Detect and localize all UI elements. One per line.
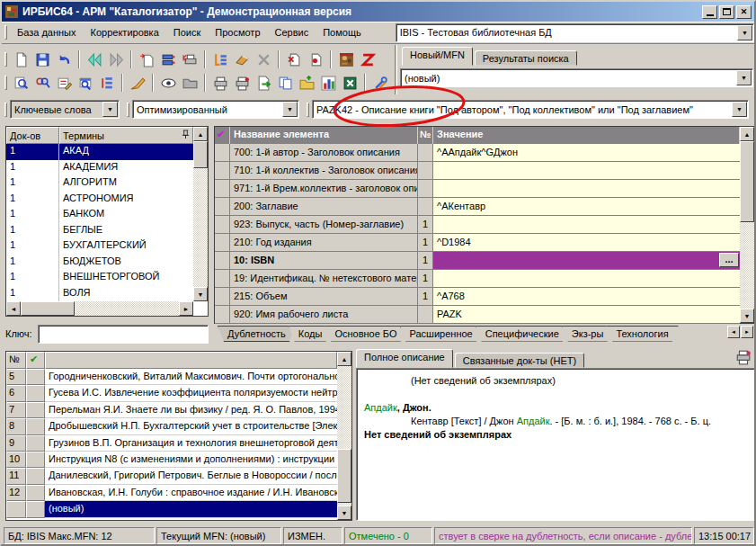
workspace-tab-0[interactable]: Новый/MFN — [402, 47, 473, 66]
description-tab-0[interactable]: Полное описание — [356, 349, 453, 368]
fields-tab-0[interactable]: Дублетность — [218, 326, 296, 342]
field-name[interactable]: 19: Идентификац. № нетекстового материал… — [230, 270, 418, 288]
undo-icon[interactable] — [53, 49, 75, 70]
print-record-icon[interactable] — [179, 49, 200, 70]
record-checkbox[interactable] — [26, 435, 45, 452]
record-row[interactable]: 6Гусева И.С. Извлечение коэффициента пол… — [6, 385, 337, 401]
record-checkbox[interactable] — [26, 402, 45, 418]
record-checkbox[interactable] — [26, 369, 45, 385]
pin-icon[interactable] — [182, 130, 190, 141]
field-value[interactable] — [433, 216, 740, 234]
field-row[interactable]: 971: 1-й Врем.коллектив - заголовок опис… — [215, 180, 740, 198]
record-row[interactable]: 12Ивановская, И.Н. Голуби : справочное и… — [6, 485, 337, 501]
field-name[interactable]: 700: 1-й автор - Заголовок описания — [230, 144, 418, 162]
toolbar-grip[interactable] — [4, 76, 7, 90]
search-window-icon[interactable] — [75, 73, 96, 94]
term-row[interactable]: 1АЛГОРИТМ — [6, 175, 193, 192]
search-tree-icon[interactable] — [96, 73, 118, 94]
field-name[interactable]: 710: 1-й коллектив - Заголовок описания — [230, 162, 418, 180]
record-description[interactable]: Перельман Я.И. Знаете ли вы физику / ред… — [45, 402, 337, 418]
record-description[interactable]: Ивановская, И.Н. Голуби : справочное изд… — [45, 485, 337, 501]
chevron-down-icon[interactable]: ▼ — [737, 25, 752, 40]
record-checkbox[interactable] — [26, 385, 45, 401]
scroll-down-icon[interactable]: ▼ — [740, 309, 754, 323]
field-value[interactable]: ^D1984 — [433, 234, 740, 252]
field-row[interactable]: 200: Заглавие^AКентавр — [215, 198, 740, 216]
field-name[interactable]: 10: ISBN — [230, 252, 418, 270]
export-icon[interactable] — [253, 73, 274, 94]
delete-icon[interactable] — [253, 49, 274, 70]
field-row[interactable]: 19: Идентификац. № нетекстового материал… — [215, 270, 740, 288]
worksheet-combo[interactable]: PAZK42 - Описание книги "Под автором", "… — [312, 100, 749, 119]
duplicate-record-icon[interactable] — [157, 49, 179, 70]
term-row[interactable]: 1БЕГЛЫЕ — [6, 223, 193, 239]
field-row[interactable]: 710: 1-й коллектив - Заголовок описания — [215, 162, 740, 180]
copy-icon[interactable] — [274, 73, 296, 94]
menu-item-4[interactable]: Сервис — [268, 23, 316, 41]
irbis-logo-icon[interactable] — [335, 49, 357, 70]
scroll-up-icon[interactable]: ▲ — [740, 127, 754, 141]
maximize-button[interactable] — [719, 5, 734, 19]
print-settings-icon[interactable] — [231, 73, 253, 94]
record-row[interactable]: 11Данилевский, Григорий Петрович. Беглые… — [6, 468, 337, 484]
field-value[interactable]: PAZK — [433, 306, 740, 324]
print-icon[interactable] — [209, 73, 231, 94]
field-value[interactable] — [433, 162, 740, 180]
check-icon[interactable]: ✔ — [26, 352, 45, 369]
field-value[interactable]: ^AКентавр — [433, 198, 740, 216]
record-row[interactable]: 9Грузинов В.П. Организация и технология … — [6, 435, 337, 452]
chevron-down-icon[interactable]: ▼ — [282, 102, 298, 117]
menu-item-1[interactable]: Корректировка — [84, 23, 166, 41]
field-value[interactable] — [433, 180, 740, 198]
print-description-icon[interactable] — [735, 349, 753, 367]
open-folder-icon[interactable] — [179, 73, 200, 94]
scrollbar-thumb[interactable] — [193, 141, 208, 168]
delete-record-icon[interactable] — [283, 49, 305, 70]
scroll-up-icon[interactable]: ▲ — [193, 127, 208, 141]
records-col-num[interactable]: № — [6, 352, 26, 369]
search-double-icon[interactable] — [31, 73, 53, 94]
record-description[interactable]: Инструкция N8 (с изменениями и дополнени… — [45, 452, 337, 468]
fields-col-occ[interactable]: № — [418, 127, 433, 144]
prev-record-icon[interactable] — [84, 49, 105, 70]
term-row[interactable]: 1БУХГАЛТЕРСКИЙ — [6, 238, 193, 255]
record-checkbox[interactable] — [26, 468, 45, 484]
term-row[interactable]: 1АКАД — [6, 144, 193, 160]
record-checkbox[interactable] — [26, 452, 45, 468]
tab-scroll-left-icon[interactable]: ◄ — [727, 326, 740, 338]
fields-col-value[interactable]: Значение — [433, 127, 740, 144]
record-description[interactable]: (новый) — [45, 501, 337, 517]
field-name[interactable]: 923: Выпуск, часть (Номер-заглавие) — [230, 216, 418, 234]
key-input[interactable] — [38, 325, 209, 344]
menu-item-0[interactable]: База данных — [10, 23, 84, 41]
scroll-down-icon[interactable]: ▼ — [337, 506, 351, 520]
fields-tab-5[interactable]: Экз-ры — [562, 326, 614, 342]
toolbar-grip[interactable] — [4, 103, 7, 117]
chevron-down-icon[interactable]: ▼ — [736, 70, 752, 85]
scroll-up-icon[interactable]: ▲ — [337, 352, 351, 366]
record-checkbox[interactable] — [26, 418, 45, 434]
database-combo[interactable]: IBIS - Тестовая библиотечная БД ▼ — [396, 23, 754, 42]
field-value[interactable]: ... — [433, 252, 740, 270]
field-name[interactable]: 920: Имя рабочего листа — [230, 306, 418, 324]
minimize-button[interactable] — [702, 5, 717, 19]
field-row[interactable]: 700: 1-й автор - Заголовок описания^AАпд… — [215, 144, 740, 162]
dictionary-combo[interactable]: Ключевые слова ▼ — [10, 100, 120, 119]
record-combo[interactable]: (новый) ▼ — [400, 68, 753, 87]
restore-record-icon[interactable] — [305, 49, 326, 70]
terms-vertical-scrollbar[interactable]: ▲ ▼ — [193, 127, 208, 301]
fields-tab-4[interactable]: Специфические — [476, 326, 569, 342]
settings-tools-icon[interactable] — [369, 73, 391, 94]
toolbar-grip[interactable] — [4, 25, 7, 40]
terms-col-term[interactable]: Термины — [59, 127, 193, 144]
fields-vertical-scrollbar[interactable]: ▲ ▼ — [740, 127, 754, 323]
field-row[interactable]: 923: Выпуск, часть (Номер-заглавие)1 — [215, 216, 740, 234]
field-value[interactable]: ^AАпдайк^GДжон — [433, 144, 740, 162]
open-editor-button[interactable]: ... — [719, 253, 739, 267]
field-name[interactable]: 215: Объем — [230, 288, 418, 306]
next-record-icon[interactable] — [105, 49, 127, 70]
chevron-down-icon[interactable]: ▼ — [732, 102, 747, 117]
fields-col-name[interactable]: Название элемента — [230, 127, 418, 144]
description-tab-1[interactable]: Связанные док-ты (НЕТ) — [455, 353, 584, 368]
field-name[interactable]: 210: Год издания — [230, 234, 418, 252]
